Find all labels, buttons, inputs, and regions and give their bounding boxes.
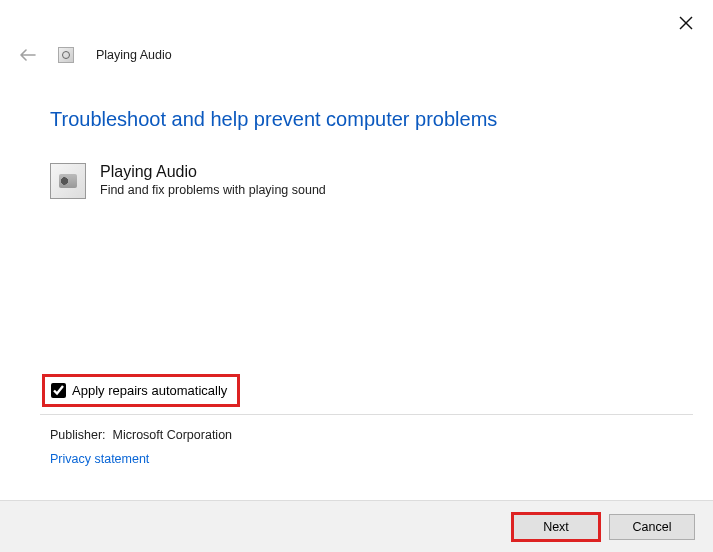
audio-troubleshooter-icon <box>50 163 86 199</box>
publisher-label: Publisher: <box>50 428 106 442</box>
close-icon <box>679 16 693 30</box>
troubleshooter-row: Playing Audio Find and fix problems with… <box>50 163 683 199</box>
publisher-line: Publisher: Microsoft Corporation <box>50 428 232 442</box>
header-app-icon <box>58 47 74 63</box>
publisher-value: Microsoft Corporation <box>113 428 233 442</box>
apply-repairs-checkbox[interactable] <box>51 383 66 398</box>
header: Playing Audio <box>20 47 172 63</box>
footer: Next Cancel <box>0 500 713 552</box>
back-icon[interactable] <box>20 49 36 61</box>
privacy-link[interactable]: Privacy statement <box>50 452 232 466</box>
page-heading: Troubleshoot and help prevent computer p… <box>50 108 683 131</box>
next-button[interactable]: Next <box>513 514 599 540</box>
window-title: Playing Audio <box>96 48 172 62</box>
content-area: Troubleshoot and help prevent computer p… <box>50 108 683 199</box>
troubleshooter-desc: Find and fix problems with playing sound <box>100 183 326 197</box>
troubleshooter-title: Playing Audio <box>100 163 326 181</box>
close-button[interactable] <box>679 16 693 30</box>
apply-repairs-row[interactable]: Apply repairs automatically <box>42 374 240 407</box>
cancel-button[interactable]: Cancel <box>609 514 695 540</box>
divider <box>40 414 693 415</box>
apply-repairs-label: Apply repairs automatically <box>72 383 227 398</box>
meta-block: Publisher: Microsoft Corporation Privacy… <box>50 428 232 466</box>
